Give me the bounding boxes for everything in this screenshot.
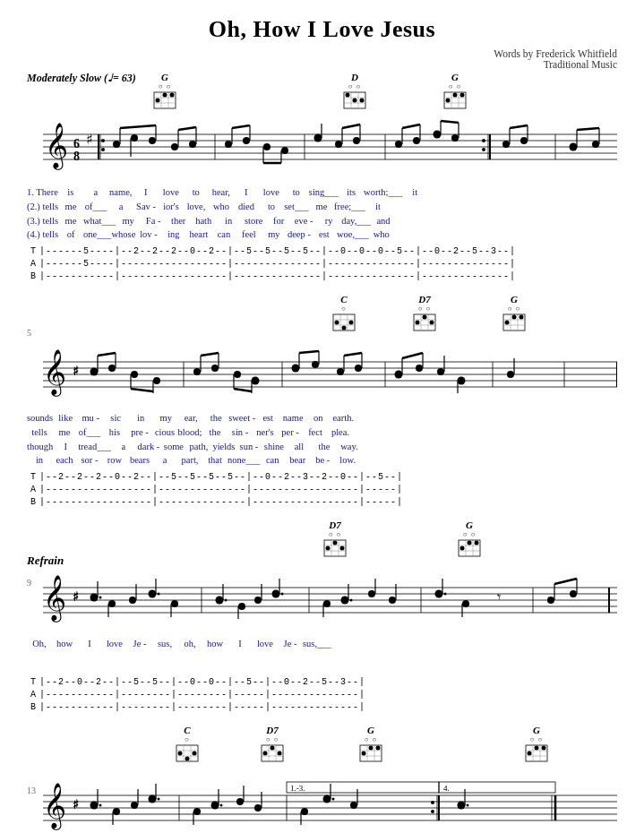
svg-point-22 <box>453 93 458 98</box>
chord-diagram-G-refrain <box>457 538 482 558</box>
svg-point-187 <box>475 541 479 545</box>
svg-point-23 <box>460 93 465 98</box>
svg-point-216 <box>272 590 280 598</box>
svg-point-6 <box>163 93 167 98</box>
svg-point-69 <box>395 141 402 148</box>
svg-text:𝄞: 𝄞 <box>43 575 66 623</box>
svg-text:1.-3.: 1.-3. <box>290 784 305 793</box>
svg-point-210 <box>225 599 228 602</box>
svg-point-36 <box>101 148 105 151</box>
svg-point-177 <box>326 546 331 551</box>
svg-line-93 <box>577 128 599 130</box>
svg-point-163 <box>437 368 444 375</box>
svg-point-314 <box>431 810 434 813</box>
svg-point-209 <box>216 597 224 605</box>
lyrics-section-3: Oh, how I love Je - sus, oh, how I love … <box>27 635 617 674</box>
svg-point-61 <box>314 134 322 142</box>
chord-G-refrain: G ○ ○ <box>457 520 482 558</box>
svg-text:𝄞: 𝄞 <box>45 123 68 170</box>
svg-line-162 <box>402 353 423 358</box>
svg-point-239 <box>570 590 577 597</box>
svg-point-165 <box>458 377 466 385</box>
staff-section-4: 𝄞 ♯ 13 <box>27 773 617 833</box>
chord-diagram-D7-s4 <box>260 743 285 763</box>
svg-text:𝄞: 𝄞 <box>43 783 66 830</box>
svg-point-294 <box>193 808 201 815</box>
svg-point-233 <box>462 600 469 607</box>
svg-line-151 <box>299 351 319 353</box>
svg-point-186 <box>468 541 472 545</box>
svg-point-290 <box>149 795 157 803</box>
svg-point-203 <box>149 590 157 598</box>
svg-rect-317 <box>439 782 555 793</box>
svg-point-143 <box>252 377 260 385</box>
svg-text:13: 13 <box>27 786 36 795</box>
music-credit: Traditional Music <box>544 59 617 70</box>
svg-point-46 <box>189 141 196 148</box>
chord-diagram-G-s2 <box>502 313 527 332</box>
chord-diagram-C <box>331 313 356 332</box>
svg-text:♯: ♯ <box>86 132 93 147</box>
svg-point-154 <box>355 365 362 372</box>
svg-text:6: 6 <box>73 137 80 150</box>
svg-point-311 <box>350 802 357 809</box>
svg-text:♯: ♯ <box>73 365 79 378</box>
svg-point-257 <box>270 746 275 751</box>
svg-point-222 <box>341 597 349 605</box>
svg-point-138 <box>211 365 219 372</box>
chord-D7-refrain: D7 ○ ○ <box>322 520 348 558</box>
svg-point-132 <box>153 377 160 384</box>
chord-diagram-D7 <box>412 313 437 332</box>
svg-point-55 <box>263 143 270 150</box>
svg-point-141 <box>234 371 241 378</box>
svg-point-197 <box>99 597 102 599</box>
svg-text:𝄾: 𝄾 <box>497 594 501 600</box>
svg-text:4.: 4. <box>443 784 450 793</box>
svg-point-217 <box>281 593 284 596</box>
svg-point-117 <box>519 315 524 320</box>
svg-point-50 <box>225 141 232 148</box>
svg-point-100 <box>342 326 347 331</box>
svg-point-21 <box>446 99 451 103</box>
svg-point-231 <box>444 593 447 596</box>
svg-point-296 <box>211 802 219 810</box>
section-1: Moderately Slow (♩= 63) G ○ ○ <box>27 72 617 285</box>
chord-D7-s4: D7 ○ ○ <box>260 725 285 763</box>
svg-point-13 <box>353 99 357 103</box>
svg-point-249 <box>185 757 190 761</box>
lyrics-section-1: 1. There is a name, I love to hear, I lo… <box>27 184 617 244</box>
svg-point-85 <box>520 137 528 144</box>
svg-point-5 <box>156 99 160 103</box>
refrain-label: Refrain <box>27 554 64 568</box>
svg-point-199 <box>108 600 116 607</box>
words-credit: Words by Frederick Whitfield <box>494 48 617 59</box>
svg-point-214 <box>254 597 262 604</box>
svg-text:𝄞: 𝄞 <box>43 349 66 397</box>
svg-point-130 <box>131 371 138 378</box>
svg-point-127 <box>108 365 116 372</box>
credits: Words by Frederick Whitfield Traditional… <box>27 48 617 70</box>
svg-point-212 <box>238 603 245 610</box>
svg-point-76 <box>451 134 459 142</box>
svg-point-41 <box>149 137 156 144</box>
svg-text:♯: ♯ <box>73 798 79 812</box>
svg-point-320 <box>467 804 469 807</box>
svg-point-185 <box>460 546 465 551</box>
svg-line-54 <box>232 125 250 128</box>
svg-point-237 <box>547 597 554 604</box>
section-4: C ○ D7 ○ ○ <box>27 725 617 833</box>
svg-point-91 <box>592 141 599 148</box>
svg-point-309 <box>332 798 335 801</box>
svg-line-145 <box>234 389 252 391</box>
chord-diagram-G-s4-1 <box>358 743 383 763</box>
page-title: Oh, How I Love Jesus <box>27 16 617 43</box>
chord-diagram-C-s4 <box>175 743 200 763</box>
svg-line-156 <box>344 353 362 356</box>
svg-point-158 <box>395 371 403 379</box>
svg-point-136 <box>193 368 201 375</box>
svg-point-79 <box>482 139 485 142</box>
svg-point-71 <box>413 137 420 144</box>
tempo-marking: Moderately Slow (♩= 63) <box>27 72 143 85</box>
svg-point-147 <box>292 365 300 373</box>
svg-line-134 <box>131 389 153 391</box>
